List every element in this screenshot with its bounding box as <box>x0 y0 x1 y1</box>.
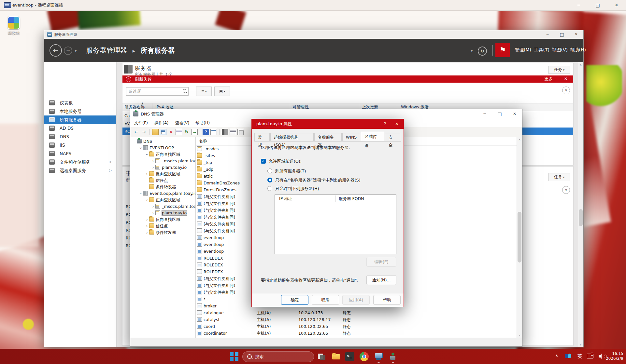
nav-dropdown-icon[interactable] <box>75 49 77 53</box>
menu-action[interactable]: 操作(A) <box>154 120 168 126</box>
forward-icon[interactable] <box>64 47 72 55</box>
task-view-taskbar-icon[interactable] <box>317 352 326 361</box>
tab-名称服务器[interactable]: 名称服务器 <box>314 133 342 141</box>
tab-常规[interactable]: 常规 <box>254 133 270 141</box>
taskbar-search[interactable]: 搜索 <box>242 351 314 362</box>
tree-item-0[interactable]: DNS <box>130 138 195 145</box>
allow-transfer-label[interactable]: 允许区域传送(O): <box>269 159 302 164</box>
close-icon[interactable] <box>569 30 583 39</box>
tree-item-12[interactable]: 反向查找区域 <box>130 216 195 223</box>
help-button[interactable]: 帮助 <box>373 295 401 305</box>
menu-help[interactable]: 帮助(H) <box>195 120 210 126</box>
collapse-chevron-icon[interactable] <box>562 87 570 94</box>
scroll-up-icon[interactable] <box>517 137 522 142</box>
maximize-icon[interactable] <box>588 0 607 10</box>
server-manager-taskbar-icon[interactable] <box>374 352 383 361</box>
chevron-right-icon[interactable] <box>151 203 155 210</box>
allow-transfer-checkbox[interactable] <box>261 159 266 164</box>
close-icon[interactable] <box>391 119 402 129</box>
list-view-icon[interactable] <box>230 129 236 135</box>
sidebar-item-8[interactable]: 远程桌面服务 <box>44 166 116 175</box>
sidebar-item-0[interactable]: 仪表板 <box>44 99 116 107</box>
tree-item-5[interactable]: 反向查找区域 <box>130 171 195 177</box>
close-icon[interactable] <box>507 109 522 119</box>
chevron-right-icon[interactable] <box>151 164 155 171</box>
terminal-taskbar-icon[interactable] <box>345 352 354 361</box>
tree-item-10[interactable]: _msdcs.plam.toay.io <box>130 203 195 210</box>
notification-flag-icon[interactable] <box>495 43 510 57</box>
dialog-titlebar[interactable]: plam.toay.io 属性 <box>252 119 404 129</box>
server-manager-scrollbar[interactable] <box>578 62 583 347</box>
radio-to-any-server[interactable] <box>267 169 272 173</box>
scroll-down-icon[interactable] <box>517 333 522 338</box>
notify-button[interactable]: 通知(N)... <box>366 275 396 285</box>
menu-file[interactable]: 文件(F) <box>134 120 148 126</box>
menu-view[interactable]: 查看(V) <box>175 120 189 126</box>
tree-item-6[interactable]: 信任点 <box>130 177 195 184</box>
collapse-chevron-icon[interactable] <box>562 186 570 194</box>
sidebar-item-3[interactable]: AD DS <box>44 124 116 132</box>
back-icon[interactable] <box>133 129 139 135</box>
scroll-up-icon[interactable] <box>578 62 583 67</box>
sidebar-item-7[interactable]: 文件和存储服务 <box>44 158 116 166</box>
edit-button[interactable]: 编辑(E) <box>366 257 396 267</box>
minimize-icon[interactable] <box>569 0 588 10</box>
sidebar-item-1[interactable]: 本地服务器 <box>44 107 116 115</box>
tree-item-3[interactable]: _msdcs.plam.toay.io <box>130 158 195 164</box>
scroll-down-icon[interactable] <box>578 342 583 347</box>
clock[interactable]: 16:15 2026/2/9 <box>606 351 623 361</box>
tree-item-4[interactable]: plam.toay.io <box>130 164 195 171</box>
minimize-icon[interactable] <box>540 30 555 39</box>
maximize-icon[interactable] <box>555 30 569 39</box>
radio-only-name-servers-label[interactable]: 只有在“名称服务器”选项卡中列出的服务器(S) <box>275 178 361 183</box>
menu-manage[interactable]: 管理(M) <box>515 47 531 53</box>
menu-tools[interactable]: 工具(T) <box>534 47 549 53</box>
radio-to-any-server-label[interactable]: 到所有服务器(T) <box>275 169 306 174</box>
ok-button[interactable]: 确定 <box>281 295 308 305</box>
list-row[interactable]: catalogue主机(A)10.24.0.173静态 <box>196 309 517 316</box>
tree-item-11[interactable]: plam.toay.io <box>130 210 195 216</box>
network-icon[interactable] <box>587 354 593 358</box>
list-row[interactable]: coord主机(A)100.120.32.65静态 <box>196 323 517 330</box>
help-icon[interactable] <box>379 119 391 129</box>
dns-titlebar[interactable]: DNS 管理器 <box>130 109 522 119</box>
chevron-right-icon[interactable] <box>145 229 149 236</box>
ime-language-indicator[interactable]: 英 <box>577 353 582 359</box>
rdp-title-bar[interactable]: eventloop - 远程桌面连接 <box>0 0 626 11</box>
recycle-bin-desktop-icon[interactable]: 回收站 <box>5 16 22 38</box>
col-name[interactable]: 名称 <box>199 139 207 144</box>
menu-view[interactable]: 视图(V) <box>552 47 568 53</box>
properties-sheet-icon[interactable] <box>176 129 182 135</box>
scroll-thumb[interactable] <box>579 209 583 226</box>
radio-only-following[interactable] <box>267 186 272 191</box>
tree-item-2[interactable]: 正向查找区域 <box>130 151 195 158</box>
radio-only-name-servers[interactable] <box>267 178 272 182</box>
tab-起始授权机构(SOA)[interactable]: 起始授权机构(SOA) <box>270 133 314 141</box>
hidden-icons-chevron-icon[interactable] <box>555 354 558 357</box>
export-list-icon[interactable] <box>191 129 198 135</box>
forward-icon[interactable] <box>141 129 147 135</box>
tree-item-7[interactable]: 条件转发器 <box>130 184 195 190</box>
more-link[interactable]: 更多... <box>544 76 556 82</box>
onedrive-icon[interactable] <box>565 354 571 359</box>
dns-list-scrollbar[interactable] <box>517 137 522 338</box>
manage-dropdown-icon[interactable] <box>471 49 473 53</box>
tab-WINS[interactable]: WINS <box>342 133 360 141</box>
back-icon[interactable] <box>50 44 62 57</box>
transfer-servers-list[interactable]: IP 地址 服务器 FQDN <box>275 195 396 254</box>
filter-input[interactable]: 筛选器 <box>126 87 189 96</box>
window-panel-icon[interactable] <box>210 129 217 135</box>
server-manager-titlebar[interactable]: 服务器管理器 <box>44 30 583 39</box>
refresh-icon[interactable] <box>478 47 487 56</box>
tree-item-14[interactable]: 条件转发器 <box>130 229 195 236</box>
maximize-icon[interactable] <box>492 109 507 119</box>
file-explorer-taskbar-icon[interactable] <box>332 352 341 361</box>
minimize-icon[interactable] <box>477 109 492 119</box>
chevron-right-icon[interactable] <box>151 210 155 216</box>
tree-item-1[interactable]: EVENTLOOP <box>130 145 195 151</box>
save-query-dropdown-button[interactable]: ▣ <box>214 87 230 96</box>
dns-manager-taskbar-icon[interactable] <box>388 352 397 361</box>
events-tasks-button[interactable]: 任务 <box>548 173 570 181</box>
tree-item-9[interactable]: 正向查找区域 <box>130 197 195 203</box>
cancel-button[interactable]: 取消 <box>312 295 339 305</box>
